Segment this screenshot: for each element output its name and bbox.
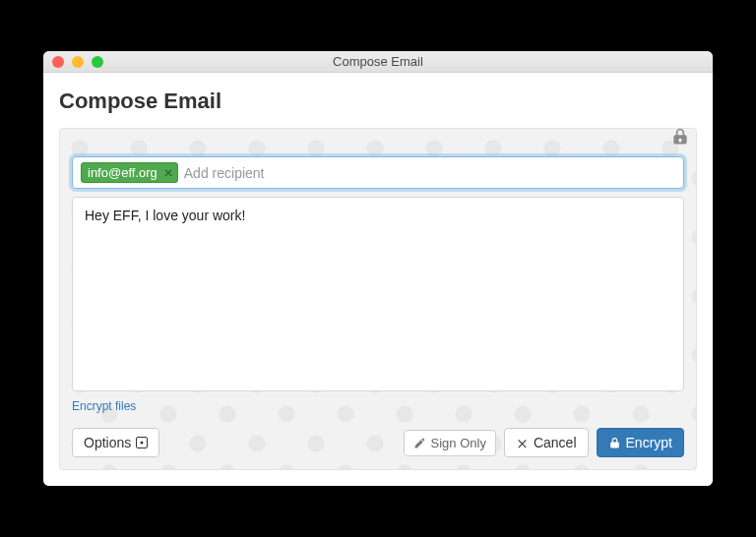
window-title: Compose Email [43,54,713,69]
footer-actions: Options Sign Only Cancel Encrypt [72,428,684,457]
cancel-button-label: Cancel [534,435,577,450]
app-window: Compose Email Compose Email info@eff.org… [43,51,713,486]
close-window-button[interactable] [52,56,64,68]
close-icon [516,437,529,449]
content-area: Compose Email info@eff.org ✕ Hey EFF, I … [43,73,713,486]
recipient-input[interactable] [184,165,675,181]
options-button-label: Options [84,435,131,450]
lock-icon [670,127,690,150]
pencil-icon [413,437,426,449]
encrypt-files-link[interactable]: Encrypt files [72,399,136,413]
recipient-field[interactable]: info@eff.org ✕ [72,156,684,189]
sign-only-button[interactable]: Sign Only [404,430,496,456]
lock-icon [608,437,621,449]
recipient-chip[interactable]: info@eff.org ✕ [81,162,178,183]
message-body[interactable]: Hey EFF, I love your work! [72,197,684,391]
minimize-window-button[interactable] [72,56,84,68]
page-title: Compose Email [59,89,697,114]
remove-recipient-icon[interactable]: ✕ [163,167,173,179]
encrypt-button[interactable]: Encrypt [597,428,684,457]
sign-only-button-label: Sign Only [431,436,486,450]
titlebar[interactable]: Compose Email [43,51,713,73]
zoom-window-button[interactable] [92,56,103,68]
options-indicator-icon [136,437,148,448]
window-controls [43,56,103,68]
recipient-chip-label: info@eff.org [88,165,158,180]
compose-panel: info@eff.org ✕ Hey EFF, I love your work… [59,128,697,470]
cancel-button[interactable]: Cancel [504,428,589,457]
encrypt-button-label: Encrypt [626,435,672,450]
options-button[interactable]: Options [72,428,159,457]
